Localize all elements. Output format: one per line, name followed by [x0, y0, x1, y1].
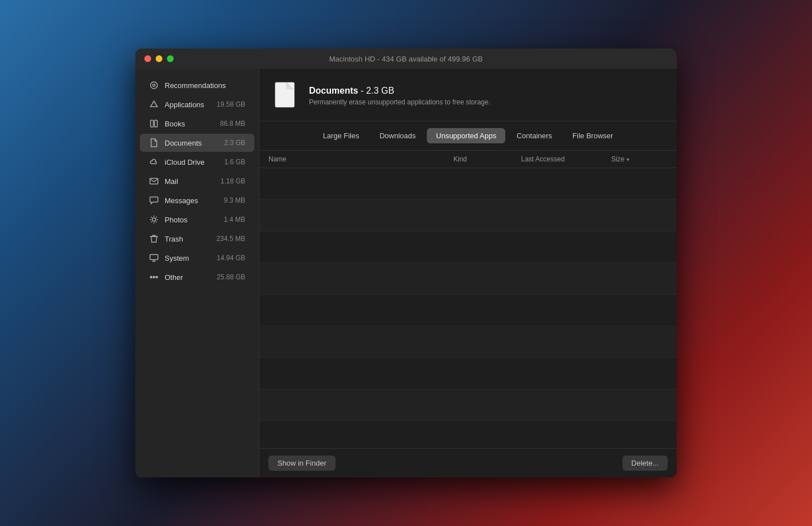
svg-line-11 — [156, 222, 157, 223]
sidebar-item-size: 14.94 GB — [217, 254, 245, 262]
traffic-lights — [144, 55, 174, 62]
sidebar-item-label: Trash — [165, 235, 217, 243]
sidebar-item-label: Documents — [165, 139, 224, 147]
sidebar-item-size: 2.3 GB — [224, 139, 245, 147]
svg-point-16 — [153, 277, 155, 278]
svg-rect-19 — [275, 82, 294, 107]
tab-large-files[interactable]: Large Files — [314, 128, 368, 143]
sidebar-item-trash[interactable]: Trash 234.5 MB — [140, 230, 254, 248]
sidebar-item-label: Photos — [165, 216, 224, 224]
svg-point-1 — [153, 84, 155, 86]
sidebar-item-label: System — [165, 254, 217, 262]
document-icon — [273, 80, 300, 112]
document-header: Documents - 2.3 GB Permanently erase uns… — [259, 69, 677, 121]
sidebar-item-label: Applications — [165, 100, 217, 109]
doc-title: Documents - 2.3 GB — [309, 86, 491, 96]
svg-line-13 — [151, 222, 152, 223]
table-row[interactable] — [259, 295, 677, 326]
column-name-header[interactable]: Name — [268, 155, 453, 163]
messages-icon — [149, 195, 159, 205]
doc-info: Documents - 2.3 GB Permanently erase uns… — [309, 86, 491, 106]
maximize-button[interactable] — [167, 55, 174, 62]
sidebar-item-label: Recommendations — [165, 81, 245, 90]
window-title: Macintosh HD - 434 GB available of 499.9… — [329, 55, 483, 63]
doc-icon — [149, 138, 159, 148]
column-size-header[interactable]: Size ▾ — [611, 155, 668, 163]
title-bar: Macintosh HD - 434 GB available of 499.9… — [135, 49, 677, 69]
table-row[interactable] — [259, 200, 677, 231]
sidebar-item-books[interactable]: Books 86.8 MB — [140, 115, 254, 133]
table-row[interactable] — [259, 231, 677, 263]
sidebar-item-size: 19.58 GB — [217, 100, 245, 108]
svg-line-12 — [156, 217, 157, 218]
svg-rect-4 — [150, 178, 158, 184]
column-kind-header[interactable]: Kind — [453, 155, 521, 163]
table-header: Name Kind Last Accessed Size ▾ — [259, 151, 677, 168]
sort-icon: ▾ — [626, 156, 629, 163]
tab-file-browser[interactable]: File Browser — [563, 128, 622, 143]
doc-title-size: - 2.3 GB — [358, 86, 394, 95]
sidebar-item-documents[interactable]: Documents 2.3 GB — [140, 134, 254, 152]
sidebar-item-size: 1.6 GB — [224, 158, 245, 166]
sidebar-item-label: iCloud Drive — [165, 158, 224, 166]
tabs-bar: Large Files Downloads Unsupported Apps C… — [259, 121, 677, 151]
tab-unsupported-apps[interactable]: Unsupported Apps — [427, 128, 505, 143]
main-content: Documents - 2.3 GB Permanently erase uns… — [259, 69, 677, 477]
svg-point-5 — [152, 218, 156, 221]
system-icon — [149, 253, 159, 263]
sidebar-item-mail[interactable]: Mail 1.18 GB — [140, 172, 254, 190]
sidebar-item-recommendations[interactable]: Recommendations — [140, 76, 254, 94]
sidebar-item-label: Mail — [165, 177, 220, 186]
sidebar-item-size: 25.88 GB — [217, 273, 245, 281]
table-row[interactable] — [259, 263, 677, 295]
svg-point-0 — [151, 82, 157, 89]
table-rows — [259, 168, 677, 448]
doc-subtitle: Permanently erase unsupported applicatio… — [309, 98, 491, 106]
other-icon — [149, 272, 159, 282]
sidebar-item-label: Books — [165, 120, 220, 128]
sidebar-item-label: Messages — [165, 196, 224, 205]
column-accessed-header[interactable]: Last Accessed — [521, 155, 611, 163]
photos-icon — [149, 214, 159, 225]
svg-rect-3 — [155, 120, 157, 127]
sidebar-item-size: 234.5 MB — [217, 235, 245, 243]
table-row[interactable] — [259, 389, 677, 421]
tab-containers[interactable]: Containers — [508, 128, 561, 143]
svg-rect-14 — [150, 255, 158, 260]
sidebar-item-system[interactable]: System 14.94 GB — [140, 249, 254, 267]
table-row[interactable] — [259, 168, 677, 200]
footer: Show in Finder Delete... — [259, 448, 677, 477]
sidebar-item-messages[interactable]: Messages 9.3 MB — [140, 191, 254, 209]
books-icon — [149, 119, 159, 129]
sidebar-item-icloud[interactable]: iCloud Drive 1.6 GB — [140, 153, 254, 171]
sidebar: Recommendations Applications 19.58 GB — [135, 69, 259, 477]
main-window: Macintosh HD - 434 GB available of 499.9… — [135, 49, 677, 477]
delete-button[interactable]: Delete... — [623, 455, 668, 471]
svg-rect-2 — [151, 120, 153, 127]
table-row[interactable] — [259, 421, 677, 448]
show-in-finder-button[interactable]: Show in Finder — [268, 455, 336, 471]
sidebar-item-size: 1.18 GB — [220, 177, 245, 185]
window-body: Recommendations Applications 19.58 GB — [135, 69, 677, 477]
cloud-icon — [149, 157, 159, 167]
table-row[interactable] — [259, 326, 677, 358]
doc-title-name: Documents — [309, 86, 358, 95]
table-row[interactable] — [259, 358, 677, 389]
sidebar-item-size: 1.4 MB — [224, 216, 245, 223]
svg-line-10 — [151, 217, 152, 218]
sidebar-item-photos[interactable]: Photos 1.4 MB — [140, 211, 254, 229]
close-button[interactable] — [144, 55, 151, 62]
svg-point-15 — [151, 277, 152, 278]
sidebar-item-other[interactable]: Other 25.88 GB — [140, 268, 254, 286]
star-icon — [149, 80, 159, 90]
tab-downloads[interactable]: Downloads — [370, 128, 425, 143]
apps-icon — [149, 99, 159, 109]
mail-icon — [149, 176, 159, 186]
minimize-button[interactable] — [156, 55, 162, 62]
sidebar-item-size: 9.3 MB — [224, 196, 245, 204]
sidebar-item-applications[interactable]: Applications 19.58 GB — [140, 95, 254, 113]
svg-point-17 — [156, 277, 158, 278]
trash-icon — [149, 234, 159, 244]
sidebar-item-size: 86.8 MB — [220, 120, 245, 128]
sidebar-item-label: Other — [165, 273, 217, 282]
